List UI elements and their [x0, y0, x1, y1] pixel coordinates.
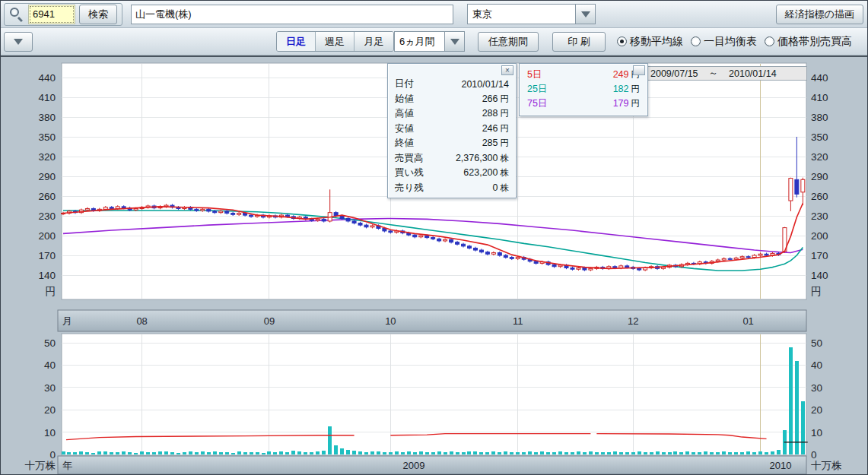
range-select-arrow-button[interactable] — [444, 31, 465, 52]
axis-tick-label: 40 — [811, 359, 822, 371]
radio-label: 移動平均線 — [630, 35, 683, 49]
axis-tick-label: 140 — [811, 270, 828, 281]
axis-tick-label: 230 — [811, 211, 828, 222]
date-range-field[interactable]: 2009/07/15 ～ 2010/01/14 — [644, 66, 807, 81]
search-icon — [9, 7, 24, 22]
info-row-label: 売り残 — [395, 182, 424, 195]
month-label: 08 — [136, 315, 147, 327]
date-range-separator: ～ — [709, 67, 719, 80]
market-select-value: 東京 — [467, 4, 575, 24]
axis-tick-label: 410 — [811, 92, 828, 103]
ma-legend-label: 5日 — [527, 68, 542, 81]
axis-tick-label: 140 — [38, 270, 56, 281]
info-row-unit: 株 — [501, 153, 510, 164]
info-row-label: 買い残 — [395, 166, 424, 179]
search-button[interactable]: 検索 — [79, 5, 117, 24]
year-axis-row-label: 年 — [62, 460, 72, 471]
axis-tick-label: 260 — [38, 191, 56, 202]
axis-tick-label: 200 — [811, 230, 828, 242]
axis-tick-label: 170 — [811, 250, 828, 261]
info-row: 買い残623,200株 — [388, 166, 516, 181]
axis-tick-label: 200 — [38, 230, 56, 242]
info-panel-rows: 日付2010/01/14始値266円高値288円安値246円終値285円売買高2… — [388, 77, 516, 195]
code-search-group: 検索 — [4, 3, 122, 26]
company-name-input[interactable] — [131, 5, 453, 24]
info-row: 終値285円 — [388, 136, 516, 151]
info-row-value: 288 — [482, 108, 498, 119]
range-select[interactable]: 6ヵ月間 — [394, 31, 465, 52]
radio-label: 一目均衡表 — [704, 35, 757, 49]
radio-ichimoku[interactable]: 一目均衡表 — [691, 35, 757, 49]
ma-legend-label: 25日 — [527, 83, 547, 96]
quote-info-popup: × 日付2010/01/14始値266円高値288円安値246円終値285円売買… — [387, 63, 517, 198]
axis-tick-label: 十万株 — [811, 460, 842, 471]
custom-period-button[interactable]: 任意期間 — [478, 32, 539, 52]
panel-collapse-button[interactable] — [4, 32, 33, 52]
ma-panel-rows: 5日249円25日182円75日179円 — [520, 68, 647, 111]
ma-legend-unit: 円 — [631, 84, 641, 95]
chevron-down-icon — [14, 39, 23, 45]
radio-unselected-icon — [691, 36, 701, 46]
market-select[interactable]: 東京 — [467, 4, 596, 24]
axis-tick-label: 50 — [44, 337, 56, 349]
info-row-value: 246 — [482, 123, 498, 134]
market-select-arrow-button[interactable] — [575, 4, 596, 24]
ma-legend-row: 25日182円 — [520, 82, 647, 97]
radio-volume-by-price[interactable]: 価格帯別売買高 — [765, 35, 852, 49]
tab-weekly[interactable]: 週足 — [316, 32, 355, 51]
axis-tick-label: 円 — [46, 286, 56, 297]
axis-tick-label: 320 — [38, 151, 56, 163]
ma-legend-row: 5日249円 — [520, 68, 647, 82]
stock-code-input[interactable] — [28, 5, 75, 24]
info-row-label: 売買高 — [395, 152, 424, 165]
axis-tick-label: 円 — [811, 286, 822, 297]
minimize-icon[interactable] — [633, 65, 645, 75]
info-row-unit: 株 — [501, 182, 510, 194]
axis-tick-label: 十万株 — [25, 460, 56, 471]
stock-chart-app: 検索 東京 経済指標の描画 日足 週足 月足 6ヵ月間 任意期間 印 刷 移動平… — [0, 0, 868, 475]
date-range-end: 2010/01/14 — [729, 68, 777, 79]
month-label: 10 — [385, 315, 396, 327]
ma-legend-value: 182 — [613, 84, 629, 94]
date-range-start: 2009/07/15 — [650, 68, 698, 79]
toolbar-row-2: 日足 週足 月足 6ヵ月間 任意期間 印 刷 移動平均線 一目均衡表 価格帯別売… — [1, 28, 867, 55]
info-row-label: 高値 — [395, 107, 414, 120]
ma-legend-row: 75日179円 — [520, 97, 647, 111]
month-label: 01 — [742, 315, 753, 327]
info-row: 高値288円 — [388, 106, 516, 122]
axis-tick-label: 350 — [811, 131, 828, 143]
info-row-label: 始値 — [395, 93, 414, 106]
info-row-value: 2,376,300 — [456, 153, 498, 163]
axis-tick-label: 260 — [811, 191, 828, 202]
axis-tick-label: 440 — [38, 72, 56, 84]
moving-average-legend-popup: 5日249円25日182円75日179円 — [519, 63, 648, 116]
axis-tick-label: 410 — [38, 92, 56, 103]
info-row-value: 0 — [493, 182, 498, 193]
ma-legend-value: 179 — [613, 98, 629, 109]
info-row: 売買高2,376,300株 — [388, 151, 516, 166]
info-row-value: 623,200 — [463, 167, 498, 178]
chevron-down-icon — [581, 11, 590, 17]
radio-moving-average[interactable]: 移動平均線 — [617, 35, 683, 49]
axis-tick-label: 40 — [44, 359, 56, 371]
info-row-unit: 円 — [501, 138, 510, 149]
radio-label: 価格帯別売買高 — [777, 35, 852, 49]
tab-monthly[interactable]: 月足 — [355, 32, 393, 51]
print-button[interactable]: 印 刷 — [552, 32, 606, 52]
draw-economic-indicator-button[interactable]: 経済指標の描画 — [776, 5, 863, 24]
axis-tick-label: 10 — [811, 427, 822, 439]
axis-tick-label: 0 — [49, 449, 56, 461]
chevron-down-icon — [450, 39, 459, 45]
axis-tick-label: 290 — [38, 171, 56, 182]
ma-legend-unit: 円 — [631, 98, 641, 109]
info-row: 安値246円 — [388, 122, 516, 137]
month-axis-row-label: 月 — [62, 315, 72, 327]
info-row-unit: 円 — [501, 93, 510, 105]
axis-tick-label: 440 — [811, 72, 828, 84]
range-select-value: 6ヵ月間 — [394, 31, 444, 52]
close-icon[interactable]: × — [501, 65, 513, 75]
tab-daily[interactable]: 日足 — [277, 32, 316, 51]
year-label: 2009 — [403, 460, 425, 471]
axis-tick-label: 380 — [38, 112, 56, 123]
month-label: 12 — [628, 315, 638, 327]
